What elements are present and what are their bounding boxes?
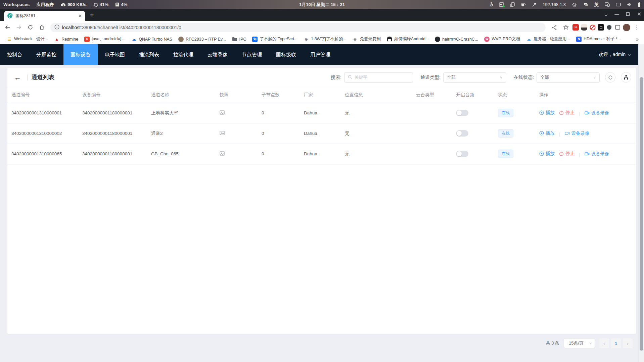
- language-indicator[interactable]: 英: [594, 2, 599, 8]
- browser-scrollbar[interactable]: [638, 44, 644, 362]
- tab-search-chevron-icon[interactable]: [605, 12, 607, 17]
- status-badge: 在线: [498, 129, 513, 138]
- bookmarks-overflow-chevron-icon[interactable]: »: [635, 37, 640, 42]
- browser-menu-icon[interactable]: ⋮: [632, 24, 641, 31]
- nav-item-4[interactable]: 推流列表: [132, 44, 166, 65]
- audio-toggle[interactable]: [456, 110, 468, 116]
- bookmark-item[interactable]: ⊕免登录复制: [350, 35, 383, 43]
- c-language-icon: C: [84, 37, 90, 42]
- nav-item-6[interactable]: 云端录像: [200, 44, 235, 65]
- cpu-usage-value: 41%: [100, 2, 109, 7]
- bookmark-item[interactable]: ▲Redmine: [51, 36, 81, 43]
- user-menu[interactable]: 欢迎，admin: [599, 52, 638, 58]
- play-button[interactable]: 播放: [539, 151, 555, 157]
- reload-button[interactable]: [26, 23, 35, 32]
- page-info-icon[interactable]: [54, 24, 59, 31]
- extension-mask-icon[interactable]: [581, 24, 587, 31]
- device-record-button[interactable]: 设备录像: [565, 131, 590, 137]
- language-label: 英: [594, 2, 599, 7]
- nav-item-9[interactable]: 用户管理: [303, 44, 337, 65]
- clipboard-tray-icon[interactable]: [510, 2, 515, 7]
- color-picker-tray-icon[interactable]: [532, 2, 537, 7]
- volume-tray-icon[interactable]: [627, 2, 632, 7]
- extension-js-icon[interactable]: JS: [572, 24, 579, 31]
- bookmark-label: 了不起的 TypeScri...: [260, 36, 297, 42]
- screen-share-tray-icon[interactable]: [605, 2, 610, 7]
- next-page-button[interactable]: ›: [623, 339, 633, 348]
- bookmark-item[interactable]: 如何编译Android...: [384, 35, 432, 43]
- bookmark-item[interactable]: ☁服务器 - 轻量应用...: [523, 35, 573, 43]
- address-bar[interactable]: localhost:38080/#/channelList/3402000000…: [50, 23, 546, 32]
- app-window-tray-icon[interactable]: [499, 2, 504, 7]
- extension-window-icon[interactable]: [614, 24, 621, 31]
- current-page-button[interactable]: 1: [611, 339, 621, 348]
- audio-toggle[interactable]: [456, 151, 468, 157]
- nav-item-2[interactable]: 国标设备: [63, 44, 98, 65]
- nav-item-3[interactable]: 电子地图: [98, 44, 132, 65]
- bookmark-item[interactable]: Cjava、android可...: [82, 35, 128, 43]
- share-icon[interactable]: [550, 23, 559, 32]
- window-minimize-button[interactable]: —: [614, 12, 619, 17]
- bookmark-item[interactable]: ☁QNAP Turbo NAS: [129, 36, 175, 43]
- extension-blocker-icon[interactable]: [589, 24, 596, 31]
- play-button[interactable]: 播放: [539, 130, 555, 136]
- search-label: 搜索:: [331, 74, 341, 81]
- browser-tab[interactable]: 国标28181 ✕: [4, 11, 85, 21]
- back-button[interactable]: [3, 23, 12, 32]
- workspace-switcher-tray-icon[interactable]: [583, 2, 588, 7]
- extension-adblock-icon[interactable]: [606, 24, 612, 31]
- page-back-button[interactable]: ←: [12, 74, 23, 81]
- workspaces-button[interactable]: Workspaces: [3, 2, 30, 7]
- stop-button[interactable]: 停止: [559, 151, 574, 157]
- tab-close-icon[interactable]: ✕: [78, 13, 82, 18]
- applications-menu-button[interactable]: 应用程序: [36, 2, 54, 8]
- audio-toggle[interactable]: [456, 130, 468, 137]
- new-tab-button[interactable]: +: [90, 11, 94, 19]
- bookmark-item[interactable]: RFC2833 – RTP Ev...: [176, 36, 229, 43]
- coffee-tray-icon[interactable]: [521, 2, 526, 7]
- snapshot-image-icon[interactable]: [220, 111, 225, 116]
- bookmark-item[interactable]: ☰Webstack - 设计...: [4, 35, 51, 43]
- clock[interactable]: 1月10日 星期二 15：21: [299, 2, 345, 8]
- profile-avatar[interactable]: [623, 24, 630, 31]
- window-close-button[interactable]: ✕: [637, 11, 641, 17]
- nav-item-0[interactable]: 控制台: [0, 44, 29, 65]
- play-button[interactable]: 播放: [539, 110, 555, 116]
- channel-type-select[interactable]: 全部 ∨: [443, 72, 506, 83]
- nav-item-8[interactable]: 国标级联: [269, 44, 303, 65]
- bookmark-item[interactable]: 知了不起的 TypeScri...: [249, 35, 300, 43]
- extension-screenshot-icon[interactable]: [598, 24, 604, 31]
- home-button[interactable]: [37, 23, 46, 32]
- bookmark-item[interactable]: WWVP-PRO文档: [481, 35, 523, 43]
- online-status-select[interactable]: 全部 ∨: [537, 72, 600, 83]
- cell-ptz-type: [412, 103, 452, 123]
- page-size-select[interactable]: 15条/页 ∨: [564, 338, 595, 348]
- nav-item-7[interactable]: 节点管理: [235, 44, 269, 65]
- bookmark-item[interactable]: hairrrrr/C-CrashC...: [432, 36, 481, 43]
- nav-item-5[interactable]: 拉流代理: [166, 44, 200, 65]
- device-record-button[interactable]: 设备录像: [585, 110, 609, 116]
- action-label: 停止: [565, 151, 574, 157]
- bookmark-star-icon[interactable]: [561, 23, 570, 32]
- search-input[interactable]: [354, 75, 409, 80]
- bookmark-item[interactable]: ⊕1.8W字|了不起的...: [301, 35, 349, 43]
- snapshot-image-icon[interactable]: [220, 131, 225, 136]
- battery-tray-icon[interactable]: [638, 2, 641, 7]
- tree-view-button[interactable]: [621, 72, 631, 83]
- bookmark-item[interactable]: IPC: [229, 36, 249, 43]
- table-row: 3402000000131000000234020000001180000001…: [7, 123, 636, 144]
- device-record-button[interactable]: 设备录像: [585, 151, 609, 157]
- scrollbar-thumb[interactable]: [640, 77, 643, 351]
- prev-page-button[interactable]: ‹: [599, 339, 609, 348]
- bookmark-item[interactable]: NHDAtmos :: 种子 *...: [573, 35, 624, 43]
- snapshot-image-icon[interactable]: [220, 152, 225, 157]
- window-maximize-button[interactable]: [626, 12, 630, 17]
- ip-address-indicator[interactable]: 192.168.1.3: [543, 2, 566, 7]
- forward-button[interactable]: [14, 23, 24, 32]
- nav-item-1[interactable]: 分屏监控: [29, 44, 63, 65]
- home-tray-icon[interactable]: [572, 2, 577, 7]
- display-tray-icon[interactable]: [616, 3, 621, 7]
- refresh-button[interactable]: [605, 72, 615, 83]
- stop-button[interactable]: 停止: [559, 110, 574, 116]
- bing-tray-icon[interactable]: b: [490, 2, 493, 8]
